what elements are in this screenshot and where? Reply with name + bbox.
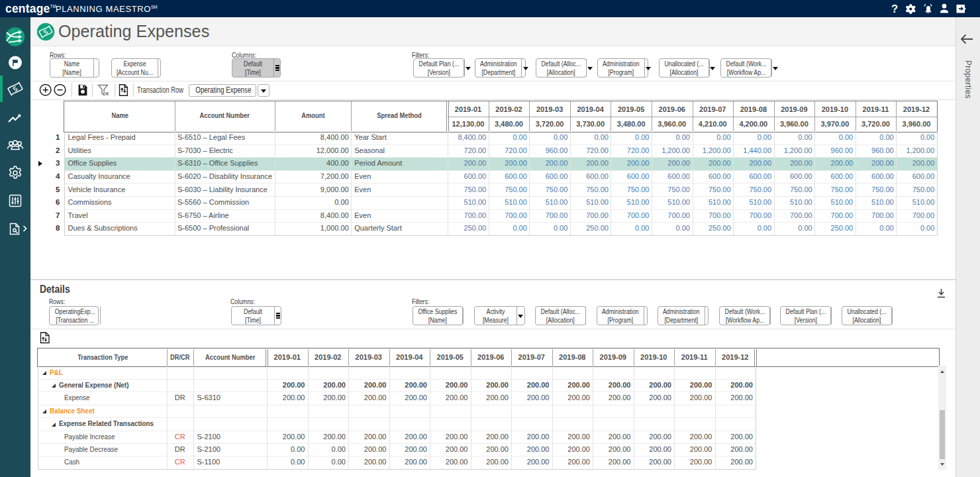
- svg-text:?: ?: [891, 3, 898, 15]
